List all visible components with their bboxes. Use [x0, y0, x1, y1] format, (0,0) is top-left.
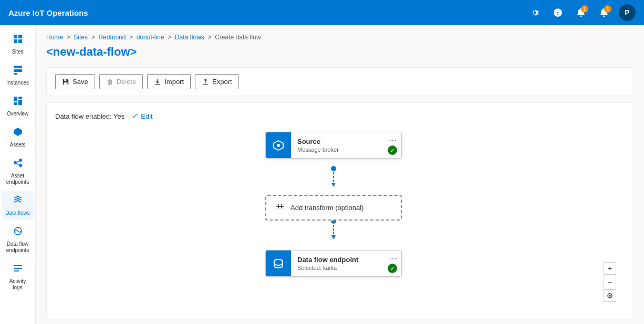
svg-point-30 [277, 144, 280, 147]
sidebar-item-data-flow-endpoints[interactable]: Data flow endpoints [2, 222, 34, 257]
import-icon [154, 78, 161, 86]
svg-point-18 [17, 198, 18, 200]
app-layout: Sites Instances Overview Assets Asset en… [0, 25, 644, 324]
save-icon [62, 78, 69, 86]
edit-icon [132, 113, 139, 120]
sidebar: Sites Instances Overview Assets Asset en… [0, 25, 36, 324]
source-node-icon [266, 132, 291, 158]
source-node-subtitle: Message broker [297, 147, 379, 153]
svg-rect-5 [14, 69, 22, 72]
sidebar-item-assets[interactable]: Assets [2, 122, 34, 151]
notification1-badge: 1 [581, 5, 588, 13]
flow-canvas: Source Message broker ⋯ ✓ Add transform … [55, 132, 625, 310]
activity-logs-icon [13, 263, 23, 276]
user-avatar[interactable]: P [619, 4, 636, 21]
svg-rect-0 [14, 35, 17, 38]
destination-node-subtitle: Selected: kafka [297, 265, 379, 271]
sidebar-item-overview[interactable]: Overview [2, 91, 34, 120]
svg-line-16 [16, 164, 18, 165]
transform-node-label: Add transform (optional) [290, 204, 363, 212]
export-icon [202, 78, 209, 86]
sidebar-item-activity-logs-label: Activity logs [4, 278, 32, 291]
svg-rect-4 [14, 66, 22, 68]
zoom-reset-button[interactable] [604, 289, 616, 302]
sidebar-item-sites[interactable]: Sites [2, 29, 34, 58]
sidebar-item-activity-logs[interactable]: Activity logs [2, 259, 34, 294]
sidebar-item-sites-label: Sites [12, 49, 23, 55]
destination-node-check: ✓ [388, 264, 397, 273]
svg-point-19 [17, 200, 18, 202]
save-button[interactable]: Save [55, 74, 95, 89]
delete-button[interactable]: Delete [99, 74, 143, 89]
notification2-button[interactable]: 1 [596, 4, 612, 21]
topbar: Azure IoT Operations 1 1 P [0, 0, 644, 25]
notification2-badge: 1 [604, 5, 611, 13]
transform-node[interactable]: Add transform (optional) [265, 195, 402, 221]
import-button[interactable]: Import [147, 74, 191, 89]
sidebar-item-data-flows-label: Data flows [5, 210, 30, 216]
source-node-check: ✓ [388, 145, 397, 155]
svg-point-28 [331, 166, 336, 171]
sidebar-item-assets-label: Assets [9, 142, 25, 148]
data-flows-icon [13, 195, 23, 208]
svg-rect-2 [14, 39, 17, 43]
main-content: Home > Sites > Redmond > donut-line > Da… [36, 25, 644, 324]
sidebar-item-asset-endpoints-label: Asset endpoints [4, 173, 32, 185]
canvas-panel: Data flow enabled: Yes Edit [46, 102, 633, 319]
transform-icon [275, 201, 285, 214]
export-button[interactable]: Export [195, 74, 239, 89]
svg-rect-8 [18, 97, 22, 99]
breadcrumb: Home > Sites > Redmond > donut-line > Da… [46, 34, 633, 41]
overview-icon [13, 96, 23, 109]
delete-icon [106, 78, 113, 86]
sidebar-item-asset-endpoints[interactable]: Asset endpoints [2, 153, 34, 189]
breadcrumb-home[interactable]: Home [46, 34, 63, 41]
topbar-icons: 1 1 P [526, 4, 636, 21]
source-node-content: Source Message broker [291, 132, 385, 158]
settings-button[interactable] [526, 4, 543, 21]
svg-marker-25 [331, 183, 336, 187]
destination-node-content: Data flow endpoint Selected: kafka [291, 250, 385, 276]
connector-svg [55, 132, 625, 310]
svg-rect-6 [14, 73, 17, 75]
svg-point-35 [609, 295, 611, 297]
svg-marker-11 [14, 128, 22, 136]
sidebar-item-instances-label: Instances [6, 80, 29, 86]
breadcrumb-data-flows[interactable]: Data flows [175, 34, 204, 41]
assets-icon [13, 127, 23, 140]
svg-marker-27 [331, 235, 336, 239]
asset-endpoints-icon [13, 158, 23, 171]
svg-rect-21 [14, 265, 22, 266]
app-title: Azure IoT Operations [8, 8, 526, 17]
sites-icon [13, 34, 23, 47]
zoom-in-button[interactable]: + [604, 262, 616, 275]
sidebar-item-data-flow-endpoints-label: Data flow endpoints [4, 241, 32, 254]
data-flow-endpoints-icon [13, 226, 23, 239]
breadcrumb-donut-line[interactable]: donut-line [137, 34, 164, 41]
source-node[interactable]: Source Message broker ⋯ ✓ [265, 132, 402, 159]
notification1-button[interactable]: 1 [573, 4, 589, 21]
svg-point-12 [14, 161, 17, 164]
instances-icon [13, 65, 23, 78]
flow-status-text: Data flow enabled: Yes [55, 112, 124, 120]
zoom-out-button[interactable]: − [604, 276, 616, 288]
flow-enabled-bar: Data flow enabled: Yes Edit [55, 111, 625, 121]
svg-line-15 [16, 161, 18, 162]
page-title: <new-data-flow> [46, 45, 633, 59]
svg-rect-7 [14, 97, 17, 101]
edit-button[interactable]: Edit [129, 111, 155, 121]
breadcrumb-current: Create data flow [215, 34, 261, 41]
sidebar-item-data-flows[interactable]: Data flows [2, 191, 34, 220]
svg-rect-1 [18, 35, 22, 38]
svg-point-17 [17, 196, 18, 197]
svg-point-14 [19, 164, 22, 167]
help-button[interactable] [549, 4, 566, 21]
svg-point-13 [19, 159, 22, 162]
sidebar-item-instances[interactable]: Instances [2, 60, 34, 89]
toolbar-panel: Save Delete Import Export [46, 67, 633, 96]
svg-rect-23 [14, 270, 19, 271]
breadcrumb-sites[interactable]: Sites [74, 34, 88, 41]
destination-node[interactable]: Data flow endpoint Selected: kafka ⋯ ✓ [265, 250, 402, 277]
breadcrumb-redmond[interactable]: Redmond [98, 34, 126, 41]
destination-node-icon [266, 250, 291, 276]
